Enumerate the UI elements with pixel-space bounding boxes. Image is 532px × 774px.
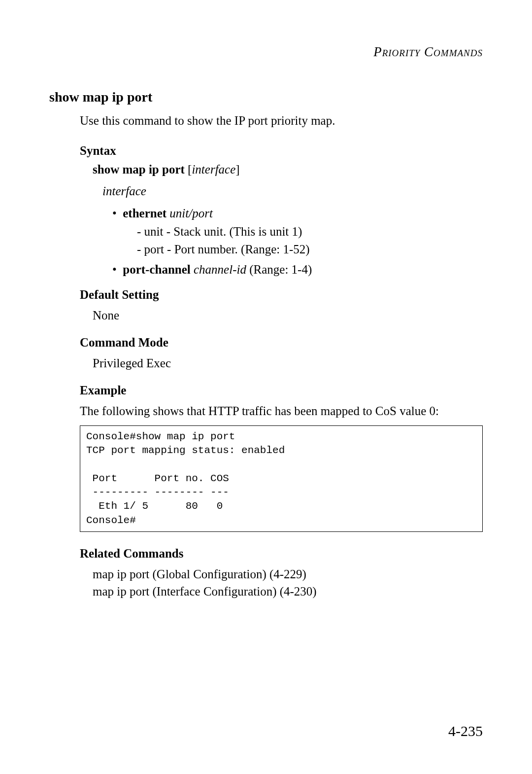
port-channel-italic: channel-id xyxy=(194,263,246,276)
default-setting-heading: Default Setting xyxy=(80,288,483,302)
ethernet-italic: unit/port xyxy=(169,207,213,220)
port-channel-bold: port-channel xyxy=(123,263,191,276)
page-container: Priority Commands show map ip port Use t… xyxy=(0,0,532,774)
related-commands-list: map ip port (Global Configuration) (4-22… xyxy=(93,565,483,600)
syntax-heading: Syntax xyxy=(80,144,483,158)
chapter-header: Priority Commands xyxy=(49,44,483,60)
interface-label: interface xyxy=(102,184,483,198)
command-mode-value: Privileged Exec xyxy=(93,354,483,372)
interface-bullet-list: • ethernet unit/port - unit - Stack unit… xyxy=(112,204,483,279)
example-heading: Example xyxy=(80,384,483,397)
port-channel-bullet: • port-channel channel-id (Range: 1-4) xyxy=(112,260,483,279)
ethernet-bullet: • ethernet unit/port - unit - Stack unit… xyxy=(112,204,483,258)
related-item-1: map ip port (Interface Configuration) (4… xyxy=(93,583,483,600)
related-commands-heading: Related Commands xyxy=(80,547,483,561)
page-number: 4-235 xyxy=(448,723,483,739)
syntax-bracket-close: ] xyxy=(235,163,239,176)
syntax-param: interface xyxy=(192,163,235,176)
example-code-block: Console#show map ip port TCP port mappin… xyxy=(80,425,483,532)
bullet-dot: • xyxy=(112,263,123,276)
syntax-command-bold: show map ip port xyxy=(93,163,185,176)
command-intro: Use this command to show the IP port pri… xyxy=(80,112,483,129)
example-description: The following shows that HTTP traffic ha… xyxy=(80,402,483,420)
ethernet-bold: ethernet xyxy=(123,207,166,220)
syntax-line: show map ip port [interface] xyxy=(93,163,483,176)
bullet-dot: • xyxy=(112,207,123,220)
command-title: show map ip port xyxy=(49,89,483,105)
unit-sub-bullet: - unit - Stack unit. (This is unit 1) xyxy=(137,223,483,241)
command-mode-heading: Command Mode xyxy=(80,336,483,350)
related-item-0: map ip port (Global Configuration) (4-22… xyxy=(93,565,483,583)
port-sub-bullet: - port - Port number. (Range: 1-52) xyxy=(137,241,483,258)
default-setting-value: None xyxy=(93,307,483,324)
port-channel-rest: (Range: 1-4) xyxy=(246,263,312,276)
